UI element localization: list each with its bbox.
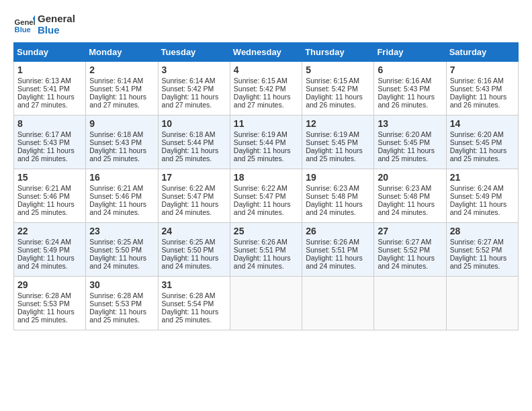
- calendar-cell-day-12: 12Sunrise: 6:19 AMSunset: 5:45 PMDayligh…: [302, 116, 374, 169]
- day-info: and 27 minutes.: [89, 101, 154, 109]
- day-info: and 25 minutes.: [162, 316, 226, 324]
- day-info: Daylight: 11 hours: [450, 146, 515, 154]
- day-info: and 27 minutes.: [234, 101, 298, 109]
- day-info: Sunrise: 6:18 AM: [89, 130, 154, 138]
- calendar-cell-day-10: 10Sunrise: 6:18 AMSunset: 5:44 PMDayligh…: [158, 116, 230, 169]
- day-info: Daylight: 11 hours: [234, 146, 298, 154]
- calendar-row-2: 8Sunrise: 6:17 AMSunset: 5:43 PMDaylight…: [14, 116, 519, 169]
- day-info: Daylight: 11 hours: [89, 146, 154, 154]
- day-number: 13: [378, 118, 442, 129]
- day-number: 18: [234, 172, 298, 183]
- day-info: and 24 minutes.: [306, 208, 370, 216]
- day-info: and 25 minutes.: [234, 154, 298, 163]
- calendar-cell-day-6: 6Sunrise: 6:16 AMSunset: 5:43 PMDaylight…: [374, 62, 446, 116]
- logo-icon: General Blue: [13, 14, 35, 36]
- day-info: Sunrise: 6:28 AM: [89, 291, 154, 300]
- day-info: Sunset: 5:44 PM: [234, 138, 298, 146]
- day-number: 6: [378, 64, 442, 75]
- calendar-cell-empty: [230, 277, 302, 330]
- calendar-cell-day-29: 29Sunrise: 6:28 AMSunset: 5:53 PMDayligh…: [14, 277, 86, 330]
- day-info: and 24 minutes.: [162, 208, 226, 216]
- day-info: Daylight: 11 hours: [306, 254, 370, 262]
- day-info: Sunrise: 6:20 AM: [450, 130, 515, 138]
- day-info: and 25 minutes.: [89, 316, 154, 324]
- day-number: 8: [17, 118, 82, 129]
- day-info: and 25 minutes.: [17, 316, 82, 324]
- day-info: Sunset: 5:53 PM: [17, 300, 82, 308]
- day-info: and 25 minutes.: [17, 208, 82, 216]
- day-number: 26: [306, 226, 370, 236]
- day-info: Sunset: 5:48 PM: [306, 192, 370, 200]
- day-number: 10: [162, 118, 226, 129]
- day-info: and 24 minutes.: [234, 208, 298, 216]
- day-info: Sunrise: 6:23 AM: [378, 184, 442, 192]
- day-number: 29: [17, 279, 82, 290]
- calendar-cell-day-19: 19Sunrise: 6:23 AMSunset: 5:48 PMDayligh…: [302, 169, 374, 223]
- day-info: and 27 minutes.: [162, 101, 226, 109]
- day-info: Sunset: 5:47 PM: [234, 192, 298, 200]
- calendar-cell-day-28: 28Sunrise: 6:27 AMSunset: 5:52 PMDayligh…: [446, 223, 518, 277]
- weekday-header-row: SundayMondayTuesdayWednesdayThursdayFrid…: [14, 43, 519, 62]
- day-info: Sunset: 5:49 PM: [450, 192, 515, 200]
- calendar-cell-day-13: 13Sunrise: 6:20 AMSunset: 5:45 PMDayligh…: [374, 116, 446, 169]
- day-info: Sunset: 5:51 PM: [306, 246, 370, 254]
- day-info: Daylight: 11 hours: [234, 93, 298, 101]
- day-info: Sunset: 5:45 PM: [450, 138, 515, 146]
- day-info: and 26 minutes.: [306, 101, 370, 109]
- day-number: 14: [450, 118, 515, 129]
- calendar-cell-empty: [374, 277, 446, 330]
- day-info: Daylight: 11 hours: [234, 200, 298, 208]
- calendar-cell-day-15: 15Sunrise: 6:21 AMSunset: 5:46 PMDayligh…: [14, 169, 86, 223]
- day-info: Sunset: 5:50 PM: [162, 246, 226, 254]
- day-info: Daylight: 11 hours: [306, 146, 370, 154]
- calendar-cell-day-16: 16Sunrise: 6:21 AMSunset: 5:46 PMDayligh…: [86, 169, 158, 223]
- day-number: 4: [234, 64, 298, 75]
- weekday-header-wednesday: Wednesday: [230, 43, 302, 62]
- day-number: 21: [450, 172, 515, 183]
- day-info: Sunrise: 6:20 AM: [378, 130, 442, 138]
- day-info: Sunrise: 6:28 AM: [162, 291, 226, 300]
- day-info: Sunset: 5:44 PM: [162, 138, 226, 146]
- day-number: 28: [450, 226, 515, 236]
- calendar-cell-day-24: 24Sunrise: 6:25 AMSunset: 5:50 PMDayligh…: [158, 223, 230, 277]
- logo-blue: Blue: [38, 25, 75, 36]
- day-info: Daylight: 11 hours: [450, 200, 515, 208]
- day-info: Sunrise: 6:25 AM: [89, 238, 154, 246]
- day-info: and 24 minutes.: [17, 262, 82, 270]
- day-info: and 26 minutes.: [450, 101, 515, 109]
- day-info: and 25 minutes.: [450, 154, 515, 163]
- day-info: Sunrise: 6:16 AM: [378, 77, 442, 85]
- day-number: 23: [89, 226, 154, 236]
- day-info: and 24 minutes.: [89, 208, 154, 216]
- day-info: Daylight: 11 hours: [162, 254, 226, 262]
- day-info: and 24 minutes.: [162, 262, 226, 270]
- day-info: Sunrise: 6:21 AM: [17, 184, 82, 192]
- calendar-cell-day-3: 3Sunrise: 6:14 AMSunset: 5:42 PMDaylight…: [158, 62, 230, 116]
- calendar-cell-day-23: 23Sunrise: 6:25 AMSunset: 5:50 PMDayligh…: [86, 223, 158, 277]
- day-info: Sunrise: 6:19 AM: [306, 130, 370, 138]
- calendar-cell-day-14: 14Sunrise: 6:20 AMSunset: 5:45 PMDayligh…: [446, 116, 518, 169]
- day-info: Sunrise: 6:13 AM: [17, 77, 82, 85]
- calendar-cell-day-30: 30Sunrise: 6:28 AMSunset: 5:53 PMDayligh…: [86, 277, 158, 330]
- day-info: Sunrise: 6:23 AM: [306, 184, 370, 192]
- day-info: Sunset: 5:54 PM: [162, 300, 226, 308]
- day-info: Sunrise: 6:14 AM: [162, 77, 226, 85]
- calendar-cell-empty: [446, 277, 518, 330]
- day-number: 2: [89, 64, 154, 75]
- day-info: Daylight: 11 hours: [17, 93, 82, 101]
- day-info: Sunset: 5:46 PM: [89, 192, 154, 200]
- calendar-cell-day-2: 2Sunrise: 6:14 AMSunset: 5:41 PMDaylight…: [86, 62, 158, 116]
- day-info: Daylight: 11 hours: [17, 254, 82, 262]
- day-info: Daylight: 11 hours: [17, 308, 82, 316]
- calendar-cell-day-18: 18Sunrise: 6:22 AMSunset: 5:47 PMDayligh…: [230, 169, 302, 223]
- calendar-table: SundayMondayTuesdayWednesdayThursdayFrid…: [13, 42, 519, 330]
- day-info: Daylight: 11 hours: [17, 200, 82, 208]
- day-info: Sunrise: 6:14 AM: [89, 77, 154, 85]
- logo-general: General: [38, 13, 75, 25]
- day-info: Sunset: 5:42 PM: [234, 85, 298, 93]
- calendar-cell-day-8: 8Sunrise: 6:17 AMSunset: 5:43 PMDaylight…: [14, 116, 86, 169]
- day-info: Daylight: 11 hours: [450, 254, 515, 262]
- day-info: Daylight: 11 hours: [89, 200, 154, 208]
- day-info: Sunrise: 6:22 AM: [234, 184, 298, 192]
- day-info: Sunrise: 6:25 AM: [162, 238, 226, 246]
